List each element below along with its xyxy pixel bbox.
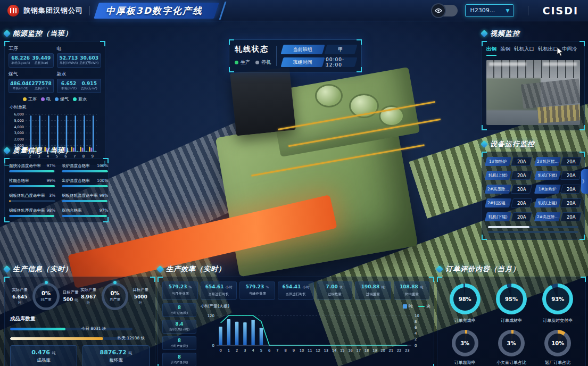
equipment-item: 轧机(上辊)20A bbox=[535, 198, 581, 207]
equipment-item: 轧机(下辊)20A bbox=[486, 212, 531, 221]
efficiency-stat-card: 190.88 吨过钢重量 bbox=[355, 281, 391, 300]
equipment-scrollbar[interactable] bbox=[488, 226, 578, 228]
shift-time-row: 班组时间 00:00-12:00 bbox=[282, 57, 356, 67]
svg-text:1: 1 bbox=[228, 348, 230, 353]
quality-item: 钢板终轧凸度命中率3% bbox=[9, 193, 55, 202]
header-divider bbox=[528, 6, 528, 15]
finished-goods-card: 0.476 吨 成品库 bbox=[10, 345, 77, 366]
hourly-output-chart-title: 小时产量(大板) bbox=[201, 303, 229, 309]
svg-text:0: 0 bbox=[219, 348, 221, 353]
video-tab-4[interactable]: 轧机出口 bbox=[538, 46, 558, 56]
eye-icon bbox=[431, 3, 446, 18]
cisdi-logo: CISDI bbox=[542, 5, 578, 16]
svg-text:3: 3 bbox=[244, 348, 246, 353]
diamond-icon bbox=[3, 265, 11, 273]
hourly-output-legend: 吨 块 bbox=[403, 303, 430, 309]
svg-text:15: 15 bbox=[340, 348, 345, 353]
svg-text:5,000: 5,000 bbox=[14, 119, 24, 123]
svg-text:4: 4 bbox=[415, 331, 417, 336]
video-tab-1[interactable]: 出钢 bbox=[486, 46, 496, 56]
device-select-dropdown[interactable]: H2309... ▼ bbox=[465, 4, 514, 17]
svg-text:14: 14 bbox=[332, 348, 337, 353]
quality-item: 探伤合格率97% bbox=[62, 208, 108, 217]
status-legend-production: 生产 bbox=[235, 59, 250, 66]
page-title-banner: 中厚板3D数字化产线 bbox=[94, 3, 219, 19]
dashboard-root: 陕钢集团汉钢公司 中厚板3D数字化产线 H2309... ▼ CISDI 能源监… bbox=[0, 0, 588, 366]
legend-line-swatch bbox=[418, 306, 425, 307]
svg-text:19: 19 bbox=[372, 348, 377, 353]
quality-item: 装炉温度合格率100% bbox=[62, 163, 108, 172]
video-monitor-panel: 视频监控 出钢装钢轧机入口轧机出口中间冷电加热 bbox=[482, 29, 585, 130]
svg-text:6,000: 6,000 bbox=[14, 112, 24, 117]
order-donut-chart: 3% bbox=[452, 330, 478, 356]
order-donut-cell: 95%订单成材率 bbox=[488, 284, 534, 323]
efficiency-side-stat: 8小时过钢(块) bbox=[162, 303, 196, 317]
order-donut-chart: 3% bbox=[498, 330, 525, 356]
quality-item: 出炉温度合格率100% bbox=[62, 178, 108, 187]
order-donut-chart: 93% bbox=[542, 284, 573, 314]
svg-text:4: 4 bbox=[252, 348, 254, 353]
svg-text:6: 6 bbox=[415, 326, 417, 330]
svg-text:23: 23 bbox=[405, 348, 410, 353]
efficiency-side-stat: 8.4当班轧制(小时) bbox=[162, 320, 196, 334]
order-donut-cell: 3%订单超期率 bbox=[442, 330, 488, 365]
diamond-icon bbox=[3, 30, 11, 37]
camera-feed-railing bbox=[537, 104, 580, 123]
scrollbar-thumb[interactable] bbox=[488, 226, 529, 228]
legend-dot bbox=[73, 97, 77, 101]
efficiency-stat-card: 579.23 %当班作业率 bbox=[239, 281, 275, 300]
efficiency-side-stat: 8小时产量(吨) bbox=[162, 336, 196, 350]
orders-panel-title: 订单评价内容（当月） bbox=[445, 264, 520, 274]
equipment-item: 1#加热炉20A bbox=[535, 185, 581, 194]
svg-text:120: 120 bbox=[208, 314, 214, 318]
svg-text:4,000: 4,000 bbox=[14, 125, 24, 129]
legend-dot bbox=[55, 97, 59, 101]
status-legend-stopped: 停机 bbox=[255, 59, 271, 66]
order-donut-cell: 93%订单及时交付率 bbox=[535, 284, 581, 323]
efficiency-side-stat: 8班均产量(吨) bbox=[162, 353, 196, 366]
diamond-icon bbox=[3, 147, 11, 154]
video-panel-title: 视频监控 bbox=[490, 29, 520, 38]
svg-text:2: 2 bbox=[415, 337, 417, 342]
energy-group: 煤气 486.040单耗(m³/t) 277578总耗(m³) bbox=[9, 71, 54, 93]
equipment-scrollbar-track[interactable] bbox=[488, 231, 578, 233]
camera-osd-text bbox=[543, 62, 577, 66]
efficiency-panel-title: 生产效率（实时） bbox=[166, 264, 226, 274]
device-select-value: H2309... bbox=[470, 7, 495, 14]
quality-info-panel: 质量信息（当班） 超快冷温度命中率97%装炉温度合格率100%性能合格率99%出… bbox=[4, 146, 109, 222]
order-donut-chart: 10% bbox=[544, 330, 571, 356]
mouse-cursor bbox=[557, 47, 564, 59]
svg-text:22: 22 bbox=[397, 348, 402, 353]
daily-output-group: 实际产量 6.645 吨 0% 日产量 目标产量 500 吨 bbox=[10, 282, 79, 310]
camera-feed[interactable] bbox=[486, 60, 580, 125]
legend-bar-swatch bbox=[403, 304, 407, 309]
video-tab-2[interactable]: 装钢 bbox=[500, 46, 510, 56]
monthly-output-group: 实际产量 8.967 吨 0% 月产量 目标产量 5000 吨 bbox=[79, 282, 150, 310]
current-shift-row: 当前班组 甲 bbox=[282, 45, 356, 54]
slab-yard-card: 8876.72 吨 板坯库 bbox=[82, 345, 150, 366]
order-donut-cell: 3%小欠量订单占比 bbox=[488, 330, 534, 365]
energy-chart-title: 小时单耗 bbox=[10, 104, 101, 110]
equipment-item: 轧机(上辊)20A bbox=[486, 171, 531, 180]
equipment-item: 2#轧区辊...20A bbox=[486, 198, 531, 207]
daily-progress-donut: 0% 日产量 bbox=[32, 282, 59, 310]
equipment-item: 2#高压除...20A bbox=[486, 185, 531, 194]
equipment-item: 2#轧区辊...20A bbox=[535, 157, 581, 166]
efficiency-stat-card: 654.61 小时当月运行时长 bbox=[201, 281, 236, 300]
video-tab-5[interactable]: 中间冷 bbox=[562, 46, 577, 56]
top-header: 陕钢集团汉钢公司 中厚板3D数字化产线 H2309... ▼ CISDI bbox=[0, 0, 588, 21]
svg-text:6: 6 bbox=[268, 348, 270, 353]
svg-text:7: 7 bbox=[276, 348, 278, 353]
diamond-icon bbox=[436, 265, 443, 273]
visibility-toggle[interactable] bbox=[432, 5, 458, 16]
video-tab-3[interactable]: 轧机入口 bbox=[514, 46, 534, 56]
diamond-icon bbox=[481, 140, 488, 148]
svg-text:9: 9 bbox=[293, 348, 295, 353]
panel-expand-handle[interactable]: 》 bbox=[581, 169, 588, 194]
svg-text:3,000: 3,000 bbox=[14, 131, 24, 135]
quality-item: 超快冷温度命中率97% bbox=[9, 163, 55, 172]
legend-dot bbox=[41, 97, 45, 101]
quality-item: 钢板终轧厚度命中率98% bbox=[9, 208, 55, 217]
svg-text:5: 5 bbox=[260, 348, 262, 353]
svg-text:16: 16 bbox=[348, 348, 353, 353]
